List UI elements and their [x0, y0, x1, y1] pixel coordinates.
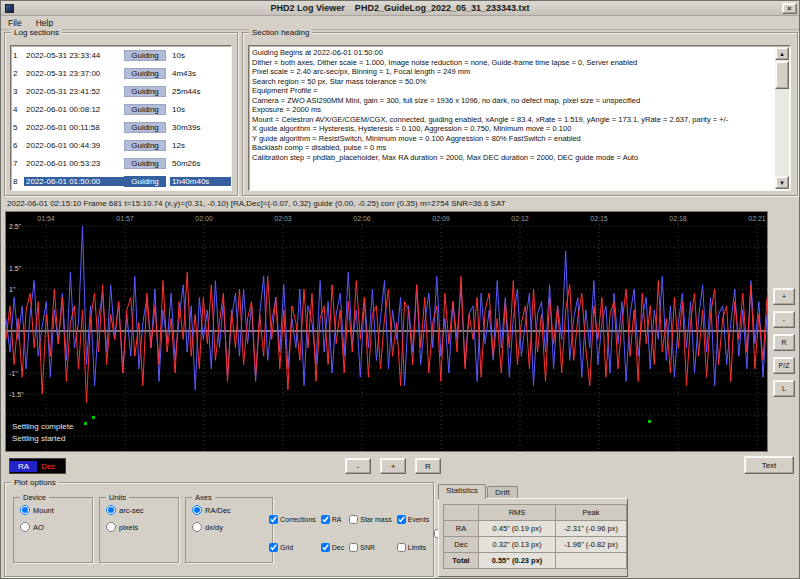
- plot-checkboxes: CorrectionsGridRADecStar massSNREventsLi…: [269, 505, 430, 561]
- grid-checkbox-input[interactable]: [269, 543, 278, 552]
- plot-options-group: Plot options DeviceMountAOUnitsarc-secpi…: [4, 482, 434, 577]
- units-group: Unitsarc-secpixels: [99, 497, 179, 563]
- chart-side-toolbar: +-RP/ZL: [773, 288, 797, 397]
- axes-label: Axes: [192, 492, 215, 503]
- heading-scrollbar[interactable]: ▲ ▼: [775, 47, 789, 189]
- legend-dec: Dec: [37, 461, 59, 472]
- svg-text:02:18: 02:18: [669, 215, 687, 222]
- scroll-up-icon[interactable]: ▲: [775, 47, 789, 60]
- menu-bar: FileHelp: [1, 16, 799, 30]
- axes-ra-dec-radio[interactable]: RA/Dec: [192, 505, 272, 515]
- stats-cell: 0.45" (0.19 px): [479, 521, 555, 536]
- plot-options-label: Plot options: [11, 477, 59, 488]
- chart-tool-r-button[interactable]: R: [773, 334, 795, 351]
- scrollbar-thumb[interactable]: [775, 61, 789, 89]
- stats-cell: Peak: [556, 505, 626, 520]
- legend-ra: RA: [10, 461, 37, 472]
- section-heading-group: Section heading Guiding Begins at 2022-0…: [242, 32, 798, 196]
- section-heading-lines: Guiding Begins at 2022-06-01 01:50:00Dit…: [252, 48, 774, 162]
- log-sections-list[interactable]: 12022-05-31 23:33:44Guiding10s22022-05-3…: [10, 45, 232, 191]
- log-section-row[interactable]: 12022-05-31 23:33:44Guiding10s: [11, 46, 231, 64]
- app-window: PHD2 Log Viewer PHD2_GuideLog_2022_05_31…: [0, 0, 800, 579]
- dec-checkbox-input[interactable]: [321, 543, 330, 552]
- svg-text:02:00: 02:00: [195, 215, 213, 222]
- snr-checkbox[interactable]: SNR: [349, 543, 392, 552]
- axes-dx-dy-radio[interactable]: dx/dy: [192, 522, 272, 532]
- stats-cell: 0.32" (0.13 px): [479, 537, 555, 552]
- units-pixels-radio[interactable]: pixels: [106, 522, 178, 532]
- svg-text:02:15: 02:15: [590, 215, 608, 222]
- chart-tool-l-button[interactable]: L: [773, 380, 795, 397]
- text-button[interactable]: Text: [744, 456, 794, 474]
- log-section-row[interactable]: 62022-06-01 00:44:39Guiding12s: [11, 136, 231, 154]
- ao-radio-input[interactable]: [20, 522, 30, 532]
- svg-text:02:03: 02:03: [274, 215, 292, 222]
- stats-table: RMSPeakRA0.45" (0.19 px)-2.31" (-0.96 px…: [443, 504, 627, 569]
- log-section-row[interactable]: 52022-06-01 00:11:58Guiding30m39s: [11, 118, 231, 136]
- menu-file[interactable]: File: [1, 18, 29, 28]
- svg-text:02:21: 02:21: [748, 215, 766, 222]
- log-sections-label: Log sections: [11, 27, 62, 38]
- limits-checkbox-input[interactable]: [397, 543, 406, 552]
- stats-cell: Total: [444, 553, 478, 568]
- chart-tool---button[interactable]: -: [773, 311, 795, 328]
- guide-chart-canvas[interactable]: 01:5401:5702:0002:0302:0602:0902:1202:15…: [6, 212, 767, 455]
- dec-checkbox[interactable]: Dec: [321, 543, 344, 552]
- chart-legend: RA Dec: [9, 458, 66, 474]
- svg-text:Settling started: Settling started: [12, 434, 65, 443]
- dx-dy-radio-input[interactable]: [192, 522, 202, 532]
- chart-nav-buttons: -+R: [345, 458, 441, 474]
- log-section-row[interactable]: 72022-06-01 00:53:23Guiding50m26s: [11, 154, 231, 172]
- log-section-row[interactable]: 82022-06-01 01:50:00Guiding1h40m40s: [11, 172, 231, 190]
- svg-text:Settling complete: Settling complete: [12, 422, 74, 431]
- pixels-radio-input[interactable]: [106, 522, 116, 532]
- stats-cell: RMS: [479, 505, 555, 520]
- snr-checkbox-input[interactable]: [349, 543, 358, 552]
- chart-nav---button[interactable]: -: [345, 458, 371, 474]
- star-mass-checkbox-input[interactable]: [349, 515, 358, 524]
- stats-panel: RMSPeakRA0.45" (0.19 px)-2.31" (-0.96 px…: [438, 498, 628, 577]
- corrections-checkbox[interactable]: Corrections: [269, 515, 316, 524]
- ra-dec-radio-input[interactable]: [192, 505, 202, 515]
- grid-checkbox[interactable]: Grid: [269, 543, 316, 552]
- tab-statistics[interactable]: Statistics: [438, 484, 486, 499]
- svg-text:02:09: 02:09: [432, 215, 450, 222]
- title-bar: PHD2 Log Viewer PHD2_GuideLog_2022_05_31…: [1, 1, 799, 16]
- device-mount-radio[interactable]: Mount: [20, 505, 92, 515]
- svg-text:02:12: 02:12: [511, 215, 529, 222]
- stats-cell: [444, 505, 478, 520]
- ra-checkbox-input[interactable]: [321, 515, 330, 524]
- units-label: Units: [106, 492, 129, 503]
- device-group: DeviceMountAO: [13, 497, 93, 563]
- events-checkbox-input[interactable]: [397, 515, 406, 524]
- mount-radio-input[interactable]: [20, 505, 30, 515]
- chart-nav-r-button[interactable]: R: [415, 458, 441, 474]
- section-heading-label: Section heading: [249, 27, 312, 38]
- close-icon[interactable]: ✕: [782, 3, 797, 14]
- limits-checkbox[interactable]: Limits: [397, 543, 429, 552]
- chart-nav---button[interactable]: +: [380, 458, 406, 474]
- section-heading-text: Guiding Begins at 2022-06-01 01:50:00Dit…: [248, 45, 791, 191]
- stats-cell: 0.55" (0.23 px): [479, 553, 555, 568]
- log-section-row[interactable]: 42022-06-01 00:08:12Guiding10s: [11, 100, 231, 118]
- svg-text:-1": -1": [9, 370, 18, 377]
- menu-help[interactable]: Help: [29, 18, 60, 28]
- axes-group: AxesRA/Decdx/dy: [185, 497, 273, 563]
- star-mass-checkbox[interactable]: Star mass: [349, 515, 392, 524]
- corrections-checkbox-input[interactable]: [269, 515, 278, 524]
- events-checkbox[interactable]: Events: [397, 515, 429, 524]
- svg-text:1": 1": [9, 286, 16, 293]
- device-ao-radio[interactable]: AO: [20, 522, 92, 532]
- log-section-row[interactable]: 32022-05-31 23:41:52Guiding25m44s: [11, 82, 231, 100]
- ra-checkbox[interactable]: RA: [321, 515, 344, 524]
- chart-tool---button[interactable]: +: [773, 288, 795, 305]
- log-section-row[interactable]: 22022-05-31 23:37:00Guiding4m43s: [11, 64, 231, 82]
- svg-text:01:57: 01:57: [116, 215, 134, 222]
- window-title: PHD2 Log Viewer PHD2_GuideLog_2022_05_31…: [1, 3, 799, 13]
- stats-cell: RA: [444, 521, 478, 536]
- guide-chart[interactable]: 01:5401:5702:0002:0302:0602:0902:1202:15…: [5, 211, 768, 452]
- arc-sec-radio-input[interactable]: [106, 505, 116, 515]
- chart-tool-p-z-button[interactable]: P/Z: [773, 357, 795, 374]
- scroll-down-icon[interactable]: ▼: [775, 176, 789, 189]
- units-arc-sec-radio[interactable]: arc-sec: [106, 505, 178, 515]
